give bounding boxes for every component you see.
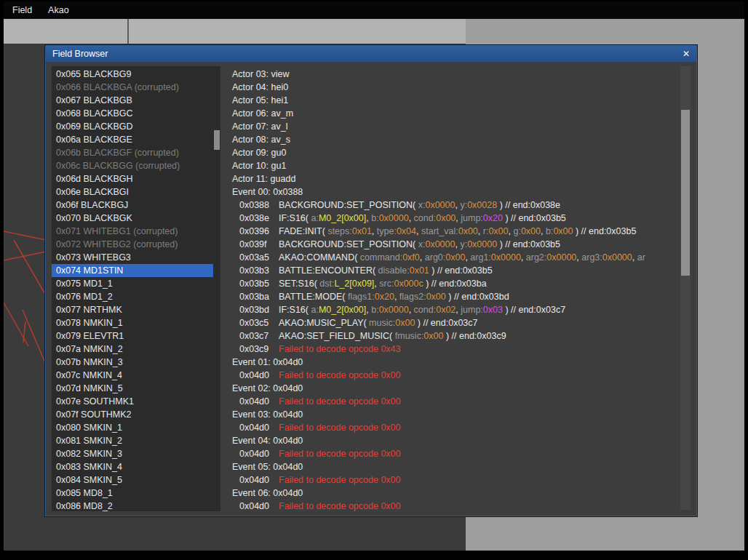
walkmesh-wireframe — [4, 193, 46, 375]
script-op-line: 0x04d0Failed to decode opcode 0x00 — [226, 421, 679, 434]
op-address: 0x0396 — [239, 225, 270, 238]
field-list-item[interactable]: 0x080 SMKIN_1 — [52, 421, 220, 434]
field-list-item[interactable]: 0x06c BLACKBGG (corrupted) — [52, 159, 220, 172]
field-list-item[interactable]: 0x085 MD8_1 — [52, 487, 220, 500]
script-header-line: Actor 03: view — [226, 68, 679, 81]
field-list-item[interactable]: 0x076 MD1_2 — [52, 290, 220, 303]
menu-item-field[interactable]: Field — [12, 5, 32, 15]
script-header-line: Actor 07: av_l — [226, 120, 679, 133]
op-address: 0x04d0 — [239, 395, 270, 408]
script-header-line: Actor 05: hei1 — [226, 94, 679, 107]
script-header-line: Actor 06: av_m — [226, 107, 679, 120]
script-op-line: 0x038eIF:S16( a:M0_2[0x00], b:0x0000, co… — [226, 212, 679, 225]
script-op-line: 0x04d0Failed to decode opcode 0x00 — [226, 369, 679, 382]
op-address: 0x03a5 — [239, 251, 270, 264]
op-address: 0x04d0 — [239, 447, 270, 460]
script-op-line: 0x03baBATTLE:MODE( flags1:0x20, flags2:0… — [226, 290, 679, 303]
script-panel: Actor 03: viewActor 04: hei0Actor 05: he… — [226, 66, 679, 511]
field-list-item[interactable]: 0x066 BLACKBGA (corrupted) — [52, 81, 220, 94]
script-op-line: 0x04d0Failed to decode opcode 0x00 — [226, 500, 679, 511]
script-op-line: 0x03c9Failed to decode opcode 0x43 — [226, 343, 679, 356]
script-op-line: 0x04d0Failed to decode opcode 0x00 — [226, 473, 679, 487]
field-list-item[interactable]: 0x07d NMKIN_5 — [52, 382, 220, 395]
field-list-item[interactable]: 0x073 WHITEBG3 — [52, 251, 220, 264]
op-address: 0x039f — [239, 238, 270, 251]
script-op-line: 0x04d0Failed to decode opcode 0x00 — [226, 395, 679, 408]
script-header-line: Event 06: 0x04d0 — [226, 487, 679, 500]
script-op-line: 0x03b3BATTLE:ENCOUNTER( disable:0x01 ) /… — [226, 264, 679, 277]
menu-bar: FieldAkao — [4, 1, 744, 19]
field-list-item[interactable]: 0x079 ELEVTR1 — [52, 329, 220, 343]
script-op-line: 0x03bdIF:S16( a:M0_2[0x00], b:0x0000, co… — [226, 303, 679, 316]
field-list-item[interactable]: 0x070 BLACKBGK — [52, 212, 220, 225]
field-list-item[interactable]: 0x06d BLACKBGH — [52, 172, 220, 185]
field-list-item[interactable]: 0x069 BLACKBGD — [52, 120, 220, 133]
script-header-line: Actor 08: av_s — [226, 133, 679, 146]
script-op-line: 0x039fBACKGROUND:SET_POSITION( x:0x0000,… — [226, 238, 679, 251]
op-address: 0x04d0 — [239, 473, 270, 487]
script-scrollbar[interactable] — [680, 66, 691, 510]
script-op-line: 0x0388BACKGROUND:SET_POSITION( x:0x0000,… — [226, 199, 679, 212]
script-op-line: 0x03c5AKAO:MUSIC_PLAY( music:0x00 ) // e… — [226, 316, 679, 329]
op-address: 0x03c9 — [239, 343, 270, 356]
script-header-line: Actor 09: gu0 — [226, 146, 679, 159]
field-list-item[interactable]: 0x06b BLACKBGF (corrupted) — [52, 146, 220, 159]
op-address: 0x03c7 — [239, 329, 270, 343]
op-address: 0x04d0 — [239, 369, 270, 382]
op-address: 0x038e — [239, 212, 270, 225]
op-address: 0x03bd — [239, 303, 270, 316]
op-address: 0x04d0 — [239, 421, 270, 434]
script-scrollbar-thumb[interactable] — [681, 110, 690, 276]
script-header-line: Actor 04: hei0 — [226, 81, 679, 94]
script-op-line: 0x03a5AKAO:COMMAND( command:0xf0, arg0:0… — [226, 251, 679, 264]
field-list-item[interactable]: 0x083 SMKIN_4 — [52, 460, 220, 473]
menu-item-akao[interactable]: Akao — [48, 5, 69, 15]
field-list-item[interactable]: 0x078 NMKIN_1 — [52, 316, 220, 329]
field-list-scrollbar-thumb[interactable] — [214, 130, 220, 150]
script-op-line: 0x03b5SET:S16( dst:L_2[0x09], src:0x000c… — [226, 277, 679, 290]
field-list-item[interactable]: 0x074 MD1STIN — [52, 264, 220, 277]
script-header-line: Actor 11: guadd — [226, 172, 679, 185]
field-list-item[interactable]: 0x084 SMKIN_5 — [52, 473, 220, 487]
field-list-scrollbar[interactable] — [213, 66, 220, 511]
field-list-item[interactable]: 0x075 MD1_1 — [52, 277, 220, 290]
field-list-item[interactable]: 0x07b NMKIN_3 — [52, 356, 220, 369]
field-list-item[interactable]: 0x077 NRTHMK — [52, 303, 220, 316]
field-list-item[interactable]: 0x086 MD8_2 — [52, 500, 220, 511]
field-list: 0x065 BLACKBG90x066 BLACKBGA (corrupted)… — [52, 66, 220, 511]
op-address: 0x03b3 — [239, 264, 270, 277]
script-header-line: Actor 10: gu1 — [226, 159, 679, 172]
field-list-item[interactable]: 0x072 WHITEBG2 (corrupted) — [52, 238, 220, 251]
viewport-edge-line — [127, 19, 129, 44]
op-address: 0x03ba — [239, 290, 270, 303]
script-op-line: 0x0396FADE:INIT( steps:0x01, type:0x04, … — [226, 225, 679, 238]
field-list-item[interactable]: 0x07a NMKIN_2 — [52, 343, 220, 356]
field-list-item[interactable]: 0x06f BLACKBGJ — [52, 199, 220, 212]
field-list-item[interactable]: 0x06a BLACKBGE — [52, 133, 220, 146]
dialog-titlebar[interactable]: Field Browser ✕ — [46, 46, 696, 62]
script-header-line: Event 00: 0x0388 — [226, 185, 679, 199]
field-list-item[interactable]: 0x081 SMKIN_2 — [52, 434, 220, 447]
dialog-title: Field Browser — [52, 49, 108, 59]
field-browser-window: Field Browser ✕ 0x065 BLACKBG90x066 BLAC… — [45, 45, 697, 516]
script-op-line: 0x04d0Failed to decode opcode 0x00 — [226, 447, 679, 460]
field-list-item[interactable]: 0x07f SOUTHMK2 — [52, 408, 220, 421]
field-list-item[interactable]: 0x082 SMKIN_3 — [52, 447, 220, 460]
field-list-item[interactable]: 0x07c NMKIN_4 — [52, 369, 220, 382]
close-icon[interactable]: ✕ — [683, 49, 690, 59]
field-list-item[interactable]: 0x068 BLACKBGC — [52, 107, 220, 120]
script-header-line: Event 04: 0x04d0 — [226, 434, 679, 447]
script-header-line: Event 01: 0x04d0 — [226, 356, 679, 369]
script-header-line: Event 03: 0x04d0 — [226, 408, 679, 421]
field-list-item[interactable]: 0x071 WHITEBG1 (corrupted) — [52, 225, 220, 238]
field-list-item[interactable]: 0x067 BLACKBGB — [52, 94, 220, 107]
viewport-upper-area — [4, 19, 466, 44]
script-header-line: Event 05: 0x04d0 — [226, 460, 679, 473]
app-window: FieldAkao Field Browser ✕ 0x065 BLACKBG9… — [0, 0, 748, 560]
field-list-item[interactable]: 0x065 BLACKBG9 — [52, 68, 220, 81]
field-list-container: 0x065 BLACKBG90x066 BLACKBGA (corrupted)… — [52, 66, 220, 511]
dialog-body: 0x065 BLACKBG90x066 BLACKBGA (corrupted)… — [46, 62, 696, 516]
field-list-item[interactable]: 0x07e SOUTHMK1 — [52, 395, 220, 408]
op-address: 0x03b5 — [239, 277, 270, 290]
field-list-item[interactable]: 0x06e BLACKBGI — [52, 185, 220, 199]
